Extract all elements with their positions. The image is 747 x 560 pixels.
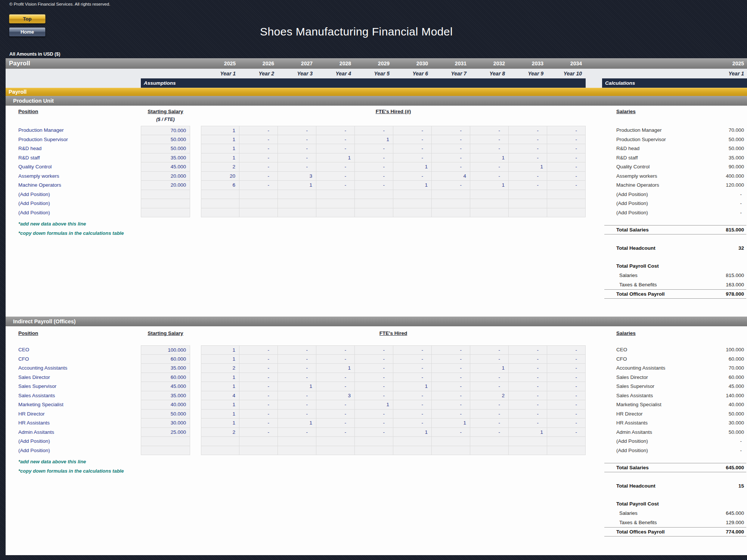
fte-cell[interactable]: - (509, 355, 547, 364)
fte-cell[interactable]: - (278, 391, 316, 401)
fte-cell[interactable]: 1 (201, 410, 239, 419)
starting-salary-cell[interactable] (141, 190, 190, 199)
fte-cell[interactable]: - (432, 364, 470, 373)
position-cell[interactable]: Sales Director (18, 373, 141, 382)
fte-cell[interactable]: - (355, 355, 393, 364)
fte-cell[interactable] (509, 446, 547, 455)
fte-cell[interactable]: - (393, 135, 432, 144)
fte-cell[interactable]: - (547, 144, 586, 153)
starting-salary-cell[interactable]: 50.000 (141, 135, 190, 144)
fte-cell[interactable] (393, 446, 432, 455)
fte-cell[interactable]: - (432, 382, 470, 391)
fte-cell[interactable]: - (278, 410, 316, 419)
fte-cell[interactable]: - (239, 162, 278, 172)
fte-cell[interactable]: - (432, 345, 470, 355)
fte-cell[interactable]: 1 (278, 382, 316, 391)
fte-cell[interactable]: - (239, 382, 278, 391)
fte-cell[interactable]: 2 (470, 391, 509, 401)
fte-cell[interactable]: 1 (278, 419, 316, 428)
fte-cell[interactable]: - (547, 181, 586, 190)
fte-cell[interactable] (278, 437, 316, 446)
fte-cell[interactable]: - (239, 428, 278, 437)
fte-cell[interactable]: - (547, 172, 586, 181)
fte-cell[interactable]: - (316, 355, 355, 364)
fte-cell[interactable]: - (432, 400, 470, 410)
fte-cell[interactable] (201, 208, 239, 218)
fte-cell[interactable] (316, 199, 355, 208)
fte-cell[interactable]: - (509, 144, 547, 153)
starting-salary-cell[interactable] (141, 199, 190, 208)
fte-cell[interactable]: - (470, 400, 509, 410)
fte-cell[interactable]: - (470, 172, 509, 181)
fte-cell[interactable]: 1 (470, 181, 509, 190)
fte-cell[interactable] (316, 208, 355, 218)
fte-cell[interactable]: - (509, 345, 547, 355)
fte-cell[interactable]: - (316, 172, 355, 181)
fte-cell[interactable] (316, 190, 355, 199)
fte-cell[interactable]: - (393, 355, 432, 364)
fte-cell[interactable]: - (393, 410, 432, 419)
fte-cell[interactable]: - (355, 391, 393, 401)
fte-cell[interactable]: - (393, 364, 432, 373)
fte-cell[interactable]: 4 (201, 391, 239, 401)
fte-cell[interactable]: 1 (470, 153, 509, 163)
position-cell[interactable]: (Add Position) (18, 446, 141, 455)
starting-salary-cell[interactable]: 30.000 (141, 419, 190, 428)
fte-cell[interactable]: - (239, 400, 278, 410)
fte-cell[interactable]: - (316, 419, 355, 428)
fte-cell[interactable]: 3 (316, 391, 355, 401)
fte-cell[interactable]: - (547, 364, 586, 373)
fte-cell[interactable]: - (470, 373, 509, 382)
position-cell[interactable]: Assemply workers (18, 172, 141, 181)
fte-cell[interactable]: 1 (316, 153, 355, 163)
fte-cell[interactable]: - (355, 181, 393, 190)
fte-cell[interactable]: - (316, 373, 355, 382)
fte-cell[interactable]: - (355, 126, 393, 135)
fte-cell[interactable]: 2 (201, 162, 239, 172)
position-cell[interactable]: Quality Control (18, 162, 141, 172)
fte-cell[interactable]: - (470, 355, 509, 364)
fte-cell[interactable]: - (393, 391, 432, 401)
starting-salary-cell[interactable]: 40.000 (141, 400, 190, 410)
fte-cell[interactable]: - (239, 181, 278, 190)
position-cell[interactable]: Machine Operators (18, 181, 141, 190)
fte-cell[interactable]: - (432, 391, 470, 401)
fte-cell[interactable]: - (432, 153, 470, 163)
fte-cell[interactable]: 1 (201, 126, 239, 135)
starting-salary-cell[interactable]: 70.000 (141, 126, 190, 135)
fte-cell[interactable]: - (278, 364, 316, 373)
fte-cell[interactable]: 1 (201, 153, 239, 163)
fte-cell[interactable] (316, 446, 355, 455)
fte-cell[interactable] (239, 208, 278, 218)
fte-cell[interactable] (509, 437, 547, 446)
position-cell[interactable]: (Add Position) (18, 208, 141, 218)
fte-cell[interactable]: - (355, 428, 393, 437)
starting-salary-cell[interactable]: 35.000 (141, 391, 190, 401)
fte-cell[interactable] (547, 208, 586, 218)
fte-cell[interactable] (278, 199, 316, 208)
fte-cell[interactable]: 1 (201, 355, 239, 364)
fte-cell[interactable] (393, 437, 432, 446)
fte-cell[interactable]: - (355, 410, 393, 419)
fte-cell[interactable]: - (393, 126, 432, 135)
fte-cell[interactable]: 1 (355, 135, 393, 144)
fte-cell[interactable]: - (239, 410, 278, 419)
fte-cell[interactable]: 1 (201, 135, 239, 144)
fte-cell[interactable]: - (509, 391, 547, 401)
starting-salary-cell[interactable]: 35.000 (141, 364, 190, 373)
fte-cell[interactable]: - (393, 400, 432, 410)
fte-cell[interactable]: 3 (278, 172, 316, 181)
fte-cell[interactable] (278, 190, 316, 199)
position-cell[interactable]: HR Assistants (18, 419, 141, 428)
fte-cell[interactable]: - (432, 126, 470, 135)
fte-cell[interactable] (278, 208, 316, 218)
position-cell[interactable]: Sales Assistants (18, 391, 141, 401)
fte-cell[interactable] (201, 190, 239, 199)
fte-cell[interactable]: - (547, 345, 586, 355)
fte-cell[interactable]: - (509, 400, 547, 410)
fte-cell[interactable]: - (547, 382, 586, 391)
starting-salary-cell[interactable]: 60.000 (141, 373, 190, 382)
fte-cell[interactable]: - (547, 428, 586, 437)
fte-cell[interactable]: - (547, 410, 586, 419)
starting-salary-cell[interactable]: 35.000 (141, 153, 190, 163)
